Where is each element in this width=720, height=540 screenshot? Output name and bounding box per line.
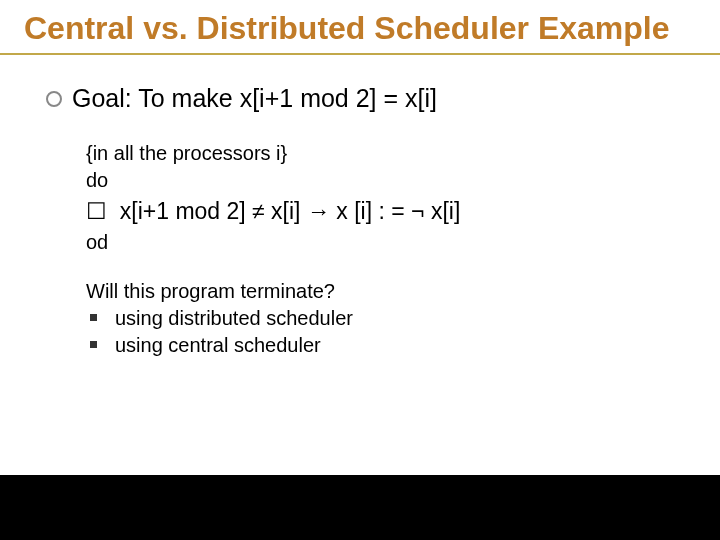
- title-bar: Central vs. Distributed Scheduler Exampl…: [0, 0, 720, 55]
- question-block: Will this program terminate? using distr…: [86, 278, 696, 359]
- slide-body: Goal: To make x[i+1 mod 2] = x[i] {in al…: [0, 55, 720, 475]
- option-central: using central scheduler: [115, 332, 321, 359]
- code-do: do: [86, 167, 696, 194]
- option-row-central: using central scheduler: [86, 332, 696, 359]
- square-bullet-icon: [90, 341, 97, 348]
- termination-question: Will this program terminate?: [86, 278, 696, 305]
- slide-title: Central vs. Distributed Scheduler Exampl…: [24, 10, 696, 47]
- code-block: {in all the processors i} do ☐ x[i+1 mod…: [86, 140, 696, 256]
- circle-bullet-icon: [46, 91, 62, 107]
- goal-bullet-row: Goal: To make x[i+1 mod 2] = x[i]: [46, 83, 696, 114]
- square-bullet-icon: [90, 314, 97, 321]
- code-od: od: [86, 229, 696, 256]
- option-row-distributed: using distributed scheduler: [86, 305, 696, 332]
- goal-text: Goal: To make x[i+1 mod 2] = x[i]: [72, 83, 437, 114]
- code-rule: ☐ x[i+1 mod 2] ≠ x[i] → x [i] : = ¬ x[i]: [86, 194, 696, 229]
- code-comment: {in all the processors i}: [86, 140, 696, 167]
- option-distributed: using distributed scheduler: [115, 305, 353, 332]
